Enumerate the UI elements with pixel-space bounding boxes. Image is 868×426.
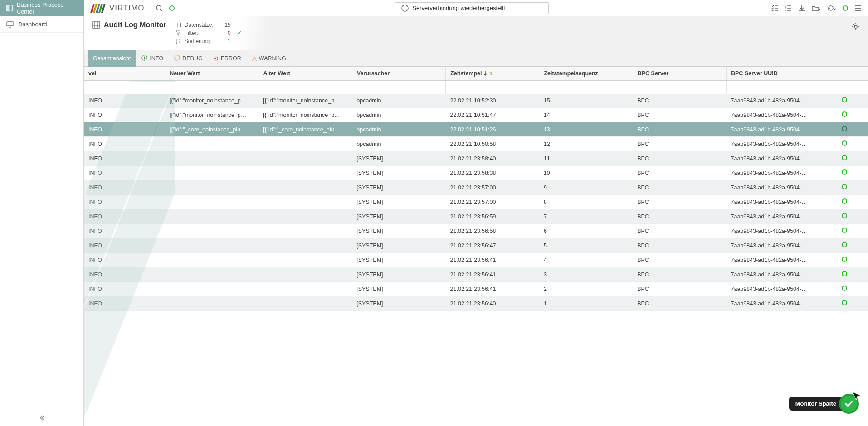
table-row[interactable]: INFO[{"id":"monitor_noinstance_p…[{"id":… [84,93,868,108]
cell-timestamp: 22.02.21 10:51:47 [446,108,539,122]
cell-uuid: 7aab9843-ad1b-482a-9504-… [727,195,837,209]
table-row[interactable]: INFO[SYSTEM]21.02.21 23:56:414BPC7aab984… [84,253,868,267]
cell-uuid: 7aab9843-ad1b-482a-9504-… [727,224,837,238]
table-row[interactable]: INFO[SYSTEM]21.02.21 23:56:586BPC7aab984… [84,224,868,238]
cell-old-value: [{"id":"monitor_noinstance_p… [258,108,352,122]
records-icon [176,22,181,28]
tab-warning[interactable]: △WARNING [247,50,292,67]
table-row[interactable]: INFO[{"id":"_core_noinstance_plu…[{"id":… [84,122,868,137]
search-icon[interactable] [156,5,163,12]
table-row[interactable]: INFO[SYSTEM]21.02.21 23:56:413BPC7aab984… [84,267,868,282]
table-row[interactable]: INFO[SYSTEM]21.02.21 23:57:009BPC7aab984… [84,180,868,195]
filter-input-level[interactable] [87,85,162,92]
cell-level: INFO [84,122,165,137]
filter-input-new-value[interactable] [168,85,255,92]
cell-old-value [258,253,352,267]
monitor-icon [6,21,14,28]
cell-timestamp: 22.02.21 10:52:30 [446,93,539,108]
col-header-server[interactable]: BPC Server [633,67,726,81]
cell-ts-seq: 2 [539,282,633,296]
cell-status [837,253,868,267]
cell-ts-seq: 7 [539,209,633,224]
sidebar-collapse-icon[interactable] [39,415,45,422]
tab-info[interactable]: ⓘINFO [136,50,169,67]
col-header-status[interactable] [837,67,868,81]
tab-debug[interactable]: ⓘDEBUG [169,50,208,67]
table-row[interactable]: INFO[SYSTEM]21.02.21 23:58:4011BPC7aab98… [84,151,868,166]
col-header-new-value[interactable]: Neuer Wert [165,67,258,81]
cell-ts-seq: 12 [539,137,633,151]
cell-new-value [165,209,258,224]
table-row[interactable]: INFO[SYSTEM]21.02.21 23:57:008BPC7aab984… [84,195,868,209]
status-ok-icon [842,213,847,218]
cell-old-value: [{"id":"_core_noinstance_plu… [258,122,352,137]
table-row[interactable]: INFObpcadmin22.02.21 10:50:5812BPC7aab98… [84,137,868,151]
cell-ts-seq: 9 [539,180,633,195]
folder-dropdown-icon[interactable] [812,5,821,12]
filter-input-ts-seq[interactable] [542,85,629,92]
cell-uuid: 7aab9843-ad1b-482a-9504-… [727,180,837,195]
cell-level: INFO [84,180,165,195]
hamburger-menu-icon[interactable] [854,5,862,12]
cell-ts-seq: 11 [539,151,633,166]
page-title: Audit Log Monitor [92,21,166,29]
download-icon[interactable] [798,5,805,12]
cell-new-value [165,296,258,311]
col-header-originator[interactable]: Verursacher [352,67,445,81]
table-row[interactable]: INFO[SYSTEM]21.02.21 23:56:401BPC7aab984… [84,296,868,311]
table-row[interactable]: INFO[SYSTEM]21.02.21 23:58:3810BPC7aab98… [84,166,868,180]
numbered-list-icon[interactable]: 123 [785,5,792,12]
filter-input-old-value[interactable] [261,85,349,92]
col-header-old-value[interactable]: Alter Wert [258,67,352,81]
cell-old-value [258,238,352,253]
status-ok-icon [842,228,847,233]
table-row[interactable]: INFO[{"id":"monitor_noinstance_p…[{"id":… [84,108,868,122]
cell-originator: [SYSTEM] [352,267,445,282]
tab-error[interactable]: ⊘ERROR [208,50,247,67]
table-row[interactable]: INFO[SYSTEM]21.02.21 23:56:597BPC7aab984… [84,209,868,224]
cell-timestamp: 21.02.21 23:56:47 [446,238,539,253]
filter-label: Filter: [185,29,219,37]
cell-server: BPC [633,296,726,311]
filter-icon [176,30,181,36]
sidebar-item-dashboard[interactable]: Dashboard [0,16,83,33]
checklist-icon[interactable] [771,5,778,12]
cell-level: INFO [84,224,165,238]
cell-new-value [165,180,258,195]
cell-uuid: 7aab9843-ad1b-482a-9504-… [727,296,837,311]
status-ok-icon [842,198,847,204]
settings-button[interactable] [844,16,868,39]
cell-level: INFO [84,151,165,166]
cell-new-value [165,238,258,253]
col-header-timestamp[interactable]: Zeitstempel 1 [446,67,539,81]
cell-timestamp: 21.02.21 23:58:38 [446,166,539,180]
cell-originator: bpcadmin [352,137,445,151]
filter-input-originator[interactable] [355,85,443,92]
cell-server: BPC [633,195,726,209]
cell-timestamp: 21.02.21 23:58:40 [446,151,539,166]
table-row[interactable]: INFO[SYSTEM]21.02.21 23:56:412BPC7aab984… [84,282,868,296]
cell-uuid: 7aab9843-ad1b-482a-9504-… [727,137,837,151]
refresh-dropdown-icon[interactable] [827,5,836,12]
cell-uuid: 7aab9843-ad1b-482a-9504-… [727,166,837,180]
col-header-ts-sequence[interactable]: Zeitstempelsequenz [539,67,633,81]
notification-banner: Serververbindung wiederhergestellt [395,2,549,14]
svg-rect-32 [176,23,180,27]
cell-server: BPC [633,166,726,180]
filter-input-timestamp[interactable] [449,85,536,92]
cell-uuid: 7aab9843-ad1b-482a-9504-… [727,93,837,108]
data-grid[interactable]: vel Neuer Wert Alter Wert Verursacher Ze… [84,67,868,426]
cell-ts-seq: 13 [539,122,633,137]
col-header-uuid[interactable]: BPC Server UUID [727,67,837,81]
status-ok-icon [842,111,847,117]
table-row[interactable]: INFO[SYSTEM]21.02.21 23:56:475BPC7aab984… [84,238,868,253]
filter-input-server[interactable] [636,85,723,92]
tab-strip: Gesamtansicht ⓘINFO ⓘDEBUG ⊘ERROR △WARNI… [84,50,868,67]
col-header-level[interactable]: vel [84,67,165,81]
status-ok-icon [842,300,847,305]
cell-old-value: [{"id":"monitor_noinstance_p… [258,93,352,108]
cell-old-value [258,296,352,311]
filter-input-uuid[interactable] [729,85,834,92]
tooltip-badge: Monitor Spalte [789,397,854,411]
tab-overall[interactable]: Gesamtansicht [88,50,136,67]
